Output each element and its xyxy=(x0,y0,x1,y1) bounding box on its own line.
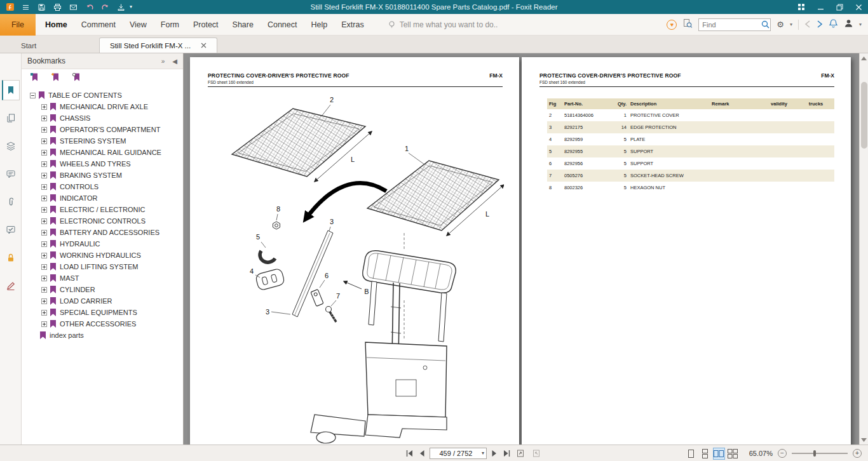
bookmark-label[interactable]: BRAKING SYSTEM xyxy=(60,171,122,179)
bookmark-label[interactable]: CONTROLS xyxy=(60,183,98,190)
bookmark-item[interactable]: LOAD LIFTING SYSTEM xyxy=(22,261,183,272)
tab-extras[interactable]: Extras xyxy=(334,14,370,36)
page-number-input[interactable] xyxy=(430,450,482,457)
expand-node-icon[interactable] xyxy=(41,161,47,167)
expand-node-icon[interactable] xyxy=(41,173,47,178)
email-icon[interactable] xyxy=(66,1,81,13)
zoom-out-icon[interactable]: − xyxy=(778,449,787,458)
expand-node-icon[interactable] xyxy=(41,230,47,236)
app-logo-icon[interactable] xyxy=(3,1,17,13)
file-menu-button[interactable]: File xyxy=(0,14,36,36)
layers-panel-icon[interactable] xyxy=(2,136,20,156)
expand-node-icon[interactable] xyxy=(41,104,47,110)
bookmark-item[interactable]: MECHANICAL RAIL GUIDANCE xyxy=(22,147,183,158)
tab-help[interactable]: Help xyxy=(304,14,335,36)
like-icon[interactable]: ♥ xyxy=(667,20,677,30)
next-page-icon[interactable] xyxy=(491,450,498,457)
find-bookmark-tool-icon[interactable] xyxy=(72,72,81,84)
zoom-slider[interactable] xyxy=(792,453,848,454)
tab-connect[interactable]: Connect xyxy=(261,14,304,36)
quick-tools-icon[interactable] xyxy=(114,1,128,13)
print-icon[interactable] xyxy=(50,1,65,13)
history-back-icon[interactable] xyxy=(804,19,811,30)
bookmark-label[interactable]: CHASSIS xyxy=(60,114,90,122)
bookmark-item[interactable]: OTHER ACCESSORIES xyxy=(22,318,183,330)
bookmark-label[interactable]: LOAD CARRIER xyxy=(60,297,112,305)
expand-bookmark-tool-icon[interactable] xyxy=(30,72,39,84)
scroll-down-icon[interactable] xyxy=(860,435,868,444)
gear-caret-icon[interactable]: ▾ xyxy=(790,22,792,27)
facing-view-icon[interactable] xyxy=(713,448,725,460)
bookmark-item[interactable]: INDICATOR xyxy=(22,192,183,204)
bookmark-item[interactable]: WORKING HYDRAULICS xyxy=(22,250,183,261)
bookmarks-panel-icon[interactable] xyxy=(2,80,20,100)
restore-icon[interactable] xyxy=(830,0,849,14)
account-caret-icon[interactable]: ▾ xyxy=(859,22,862,27)
close-icon[interactable] xyxy=(849,0,868,14)
tab-protect[interactable]: Protect xyxy=(186,14,226,36)
signature-panel-icon[interactable] xyxy=(2,276,20,296)
expand-node-icon[interactable] xyxy=(41,253,47,258)
tab-comment[interactable]: Comment xyxy=(74,14,123,36)
bookmark-item[interactable]: CYLINDER xyxy=(22,284,183,295)
tab-view[interactable]: View xyxy=(123,14,154,36)
tab-form[interactable]: Form xyxy=(154,14,186,36)
tab-close-icon[interactable] xyxy=(192,43,207,48)
bookmark-item[interactable]: MAST xyxy=(22,272,183,284)
expand-node-icon[interactable] xyxy=(41,241,47,247)
expand-node-icon[interactable] xyxy=(41,127,47,133)
add-bookmark-tool-icon[interactable] xyxy=(51,72,60,84)
bookmark-label[interactable]: ELECTRIC / ELECTRONIC xyxy=(60,206,145,213)
bookmark-label[interactable]: HYDRAULIC xyxy=(60,240,100,248)
bookmark-label[interactable]: OTHER ACCESSORIES xyxy=(60,320,136,328)
expand-panel-icon[interactable]: » xyxy=(161,58,165,65)
bookmark-label[interactable]: ELECTRONIC CONTROLS xyxy=(60,217,146,225)
bookmark-label[interactable]: MECHANICAL DRIVE AXLE xyxy=(60,103,148,110)
bookmark-item[interactable]: CHASSIS xyxy=(22,112,183,124)
expand-node-icon[interactable] xyxy=(41,264,47,270)
layout-grid-icon[interactable] xyxy=(792,0,811,14)
continuous-facing-view-icon[interactable] xyxy=(727,448,739,460)
find-search-icon[interactable] xyxy=(761,20,770,29)
search-document-icon[interactable] xyxy=(682,18,693,31)
security-panel-icon[interactable] xyxy=(2,248,20,268)
bookmark-label[interactable]: MECHANICAL RAIL GUIDANCE xyxy=(60,149,161,156)
tab-document[interactable]: Still Sted Forklift FM-X ... xyxy=(99,37,217,53)
bookmark-label[interactable]: index parts xyxy=(50,331,84,339)
undo-icon[interactable] xyxy=(82,1,97,13)
bookmark-label[interactable]: MAST xyxy=(60,274,79,282)
bookmark-label[interactable]: BATTERY AND ACCESSORIES xyxy=(60,229,159,236)
expand-node-icon[interactable] xyxy=(41,184,47,190)
bookmark-label[interactable]: SPECIAL EQUIPMENTS xyxy=(60,309,137,316)
bookmark-label[interactable]: CYLINDER xyxy=(60,286,95,293)
expand-node-icon[interactable] xyxy=(41,138,47,144)
bookmark-item[interactable]: WHEELS AND TYRES xyxy=(22,158,183,170)
bookmark-item[interactable]: OPERATOR'S COMPARTMENT xyxy=(22,124,183,135)
continuous-view-icon[interactable] xyxy=(699,448,711,460)
menu-icon[interactable] xyxy=(18,1,33,13)
bookmark-label[interactable]: WORKING HYDRAULICS xyxy=(60,251,141,259)
find-input[interactable] xyxy=(699,21,761,29)
pages-panel-icon[interactable] xyxy=(2,108,20,128)
bookmark-item[interactable]: CONTROLS xyxy=(22,181,183,192)
bookmark-item[interactable]: ELECTRIC / ELECTRONIC xyxy=(22,204,183,215)
bookmark-item[interactable]: HYDRAULIC xyxy=(22,238,183,250)
zoom-slider-thumb[interactable] xyxy=(813,450,816,457)
first-page-icon[interactable] xyxy=(405,450,414,457)
expand-node-icon[interactable] xyxy=(41,287,47,293)
bookmark-item[interactable]: index parts xyxy=(22,330,183,341)
bookmark-item[interactable]: BATTERY AND ACCESSORIES xyxy=(22,227,183,238)
attachments-panel-icon[interactable] xyxy=(2,192,20,212)
scroll-up-icon[interactable] xyxy=(860,53,868,63)
expand-node-icon[interactable] xyxy=(41,207,47,213)
minimize-icon[interactable] xyxy=(811,0,830,14)
bookmark-item[interactable]: SPECIAL EQUIPMENTS xyxy=(22,307,183,318)
bookmark-item[interactable]: ELECTRONIC CONTROLS xyxy=(22,215,183,227)
zoom-in-icon[interactable]: + xyxy=(853,449,862,458)
zoom-percent[interactable]: 65.07% xyxy=(749,450,773,457)
previous-view-icon[interactable] xyxy=(516,449,526,458)
expand-node-icon[interactable] xyxy=(41,310,47,316)
save-icon[interactable] xyxy=(34,1,49,13)
document-view[interactable]: PROTECTING COVER-DRIVER'S PROTECTIVE ROO… xyxy=(184,53,859,444)
expand-node-icon[interactable] xyxy=(41,276,47,281)
